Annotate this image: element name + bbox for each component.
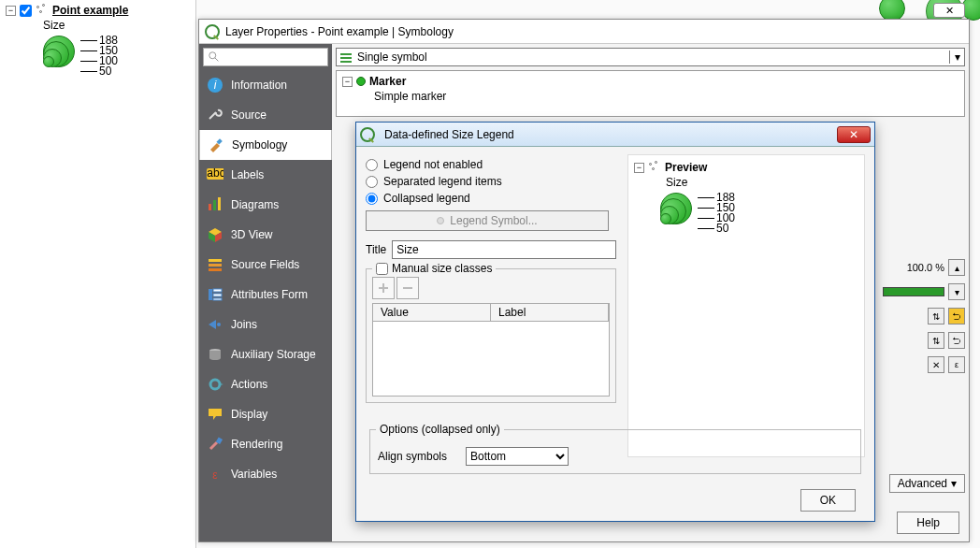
size-class-table[interactable]: ValueLabel bbox=[372, 303, 610, 397]
legend-class-labels: 188 150 100 50 bbox=[80, 36, 118, 77]
layer-name[interactable]: Point example bbox=[52, 4, 128, 17]
preview-attr: Size bbox=[666, 176, 858, 189]
spin-up-icon[interactable]: ▴ bbox=[948, 259, 965, 276]
tree-collapse-icon[interactable]: − bbox=[6, 6, 16, 16]
legend-symbol-button[interactable]: Legend Symbol... bbox=[366, 210, 609, 231]
svg-rect-19 bbox=[213, 298, 222, 300]
sidebar-item-diagrams[interactable]: Diagrams bbox=[199, 190, 332, 220]
svg-text:i: i bbox=[214, 79, 217, 92]
symbol-layer-tree[interactable]: − Marker Simple marker bbox=[336, 70, 965, 117]
expression-icon[interactable]: ε bbox=[948, 356, 965, 373]
join-icon bbox=[207, 316, 223, 333]
sidebar-item-3dview[interactable]: 3D View bbox=[199, 220, 332, 250]
align-select[interactable]: Bottom bbox=[466, 447, 569, 466]
layers-panel: − Point example Size 188 150 100 50 bbox=[0, 0, 196, 548]
title-input[interactable] bbox=[392, 240, 616, 259]
svg-rect-14 bbox=[209, 264, 222, 267]
tree-collapse-icon[interactable]: − bbox=[634, 163, 644, 173]
layer-attr-label: Size bbox=[43, 19, 190, 32]
marker-root-label: Marker bbox=[369, 75, 406, 88]
radio-separated[interactable]: Separated legend items bbox=[366, 175, 616, 188]
tooltip-icon bbox=[207, 406, 223, 423]
radio-collapsed[interactable]: Collapsed legend bbox=[366, 192, 616, 205]
legend-circles-icon bbox=[660, 191, 694, 224]
spin-buttons[interactable]: ⇅ bbox=[928, 332, 944, 349]
sidebar-item-actions[interactable]: Actions bbox=[199, 369, 332, 399]
layer-symbol-icon bbox=[648, 161, 661, 174]
epsilon-icon: ε bbox=[207, 466, 223, 483]
data-defined-icon[interactable]: ⮌ bbox=[948, 332, 965, 349]
spin-buttons[interactable]: ⇅ bbox=[928, 308, 944, 324]
marker-child-label[interactable]: Simple marker bbox=[374, 90, 958, 103]
preview-heading: Preview bbox=[665, 161, 707, 174]
svg-marker-20 bbox=[209, 320, 216, 329]
preview-panel: − Preview Size 188 150 100 50 bbox=[627, 154, 865, 457]
svg-rect-8 bbox=[213, 200, 216, 210]
radio-not-enabled[interactable]: Legend not enabled bbox=[366, 158, 616, 171]
sidebar-item-symbology[interactable]: Symbology bbox=[199, 130, 332, 160]
single-symbol-icon bbox=[339, 50, 353, 65]
window-close-button[interactable]: ✕ bbox=[933, 3, 965, 18]
sidebar-item-display[interactable]: Display bbox=[199, 399, 332, 429]
help-button[interactable]: Help bbox=[897, 512, 959, 534]
sidebar-item-variables[interactable]: εVariables bbox=[199, 459, 332, 489]
paintbrush-icon bbox=[207, 436, 223, 453]
qgis-icon bbox=[205, 24, 220, 39]
svg-rect-18 bbox=[213, 294, 222, 296]
manual-size-checkbox[interactable] bbox=[376, 263, 388, 275]
sidebar-item-source[interactable]: Source bbox=[199, 100, 332, 130]
brush-icon bbox=[208, 137, 224, 153]
close-button[interactable]: ✕ bbox=[837, 126, 871, 143]
svg-rect-13 bbox=[209, 259, 222, 262]
sidebar-item-labels[interactable]: abcLabels bbox=[199, 160, 332, 190]
form-icon bbox=[207, 286, 223, 303]
clear-icon[interactable]: ✕ bbox=[928, 356, 944, 373]
legend-circles-icon bbox=[43, 34, 77, 67]
svg-text:abc: abc bbox=[207, 168, 223, 180]
sidebar-item-information[interactable]: iInformation bbox=[199, 70, 332, 100]
svg-rect-27 bbox=[340, 53, 352, 55]
right-controls: 100.0 %▴ ▾ ⇅⮌ ⇅⮌ ✕ε Advanced▾ bbox=[883, 259, 965, 500]
opacity-slider[interactable] bbox=[883, 287, 944, 296]
properties-sidebar: iInformation Source Symbology abcLabels … bbox=[199, 44, 332, 541]
add-class-button[interactable] bbox=[372, 277, 395, 299]
qgis-icon bbox=[360, 127, 375, 142]
sidebar-item-auxiliary[interactable]: Auxiliary Storage bbox=[199, 339, 332, 369]
layer-row[interactable]: − Point example bbox=[6, 4, 190, 17]
window-titlebar[interactable]: Layer Properties - Point example | Symbo… bbox=[199, 20, 969, 44]
plus-icon bbox=[377, 281, 390, 295]
symbol-mode-combo[interactable]: Single symbol ▾ bbox=[336, 48, 965, 66]
svg-rect-15 bbox=[209, 268, 222, 271]
sidebar-item-rendering[interactable]: Rendering bbox=[199, 429, 332, 459]
search-icon bbox=[208, 50, 221, 64]
svg-rect-9 bbox=[218, 197, 221, 210]
data-defined-icon[interactable]: ⮌ bbox=[948, 308, 965, 324]
chart-icon bbox=[207, 196, 223, 213]
layer-visibility-checkbox[interactable] bbox=[20, 5, 32, 17]
svg-rect-7 bbox=[209, 204, 211, 210]
svg-rect-28 bbox=[340, 57, 352, 59]
sidebar-item-attributesform[interactable]: Attributes Form bbox=[199, 280, 332, 310]
title-field-label: Title bbox=[366, 243, 386, 256]
ok-button[interactable]: OK bbox=[800, 489, 856, 512]
cube-icon bbox=[207, 226, 223, 243]
sidebar-search[interactable] bbox=[203, 48, 328, 66]
sidebar-item-sourcefields[interactable]: Source Fields bbox=[199, 250, 332, 280]
info-icon: i bbox=[207, 77, 223, 94]
size-legend-dialog: Data-defined Size Legend ✕ Legend not en… bbox=[355, 122, 875, 522]
svg-rect-29 bbox=[340, 61, 352, 63]
advanced-button[interactable]: Advanced▾ bbox=[889, 474, 965, 493]
align-label: Align symbols bbox=[378, 450, 447, 463]
svg-text:ε: ε bbox=[212, 469, 218, 482]
dialog-titlebar[interactable]: Data-defined Size Legend ✕ bbox=[356, 123, 874, 147]
svg-point-23 bbox=[210, 380, 220, 389]
chevron-down-icon[interactable]: ▾ bbox=[948, 283, 965, 300]
svg-point-0 bbox=[209, 52, 216, 59]
remove-class-button[interactable] bbox=[396, 277, 419, 299]
tree-collapse-icon[interactable]: − bbox=[342, 77, 353, 87]
layer-symbol-icon bbox=[36, 4, 49, 17]
sidebar-item-joins[interactable]: Joins bbox=[199, 310, 332, 339]
svg-marker-24 bbox=[220, 383, 223, 385]
opacity-label: 100.0 % bbox=[907, 262, 944, 273]
dialog-title: Data-defined Size Legend bbox=[384, 128, 514, 141]
